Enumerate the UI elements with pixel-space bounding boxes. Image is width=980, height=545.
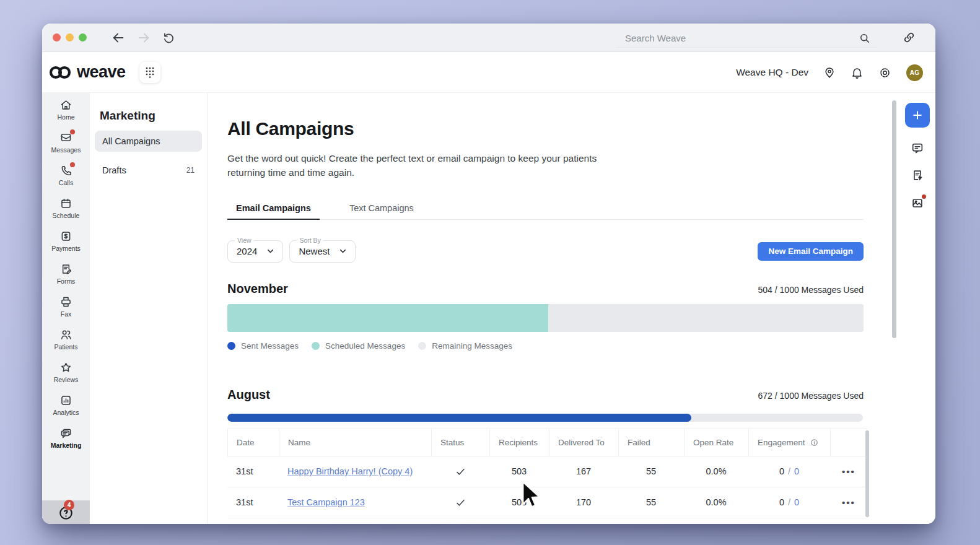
- sidebar-item-messages[interactable]: Messages: [42, 126, 90, 159]
- sidebar-item-analytics[interactable]: Analytics: [42, 388, 90, 421]
- quick-add-button[interactable]: [905, 103, 930, 128]
- row-menu-icon[interactable]: •••: [842, 466, 855, 477]
- main-content: All Campaigns Get the word out quick! Cr…: [208, 93, 899, 524]
- scheduled-messages-dot: [312, 342, 320, 350]
- view-select-value: 2024: [237, 246, 257, 256]
- table-row[interactable]: 31st Happy Birthday Harry! (Copy 4) 503 …: [227, 456, 867, 487]
- tab-email-campaigns[interactable]: Email Campaigns: [227, 203, 320, 220]
- subnav-item-drafts[interactable]: Drafts 21: [95, 160, 202, 181]
- usage-legend: Sent Messages Scheduled Messages Remaini…: [227, 341, 864, 351]
- close-window-button[interactable]: [53, 33, 61, 41]
- august-sent-fill: [227, 414, 691, 422]
- campaigns-table: Date Name Status Recipients Delivered To…: [227, 429, 867, 518]
- location-pin-icon[interactable]: [823, 66, 836, 79]
- campaign-tabs: Email Campaigns Text Campaigns: [227, 203, 864, 220]
- schedule-icon: [59, 197, 72, 210]
- notifications-bell-icon[interactable]: [851, 66, 864, 79]
- campaign-link[interactable]: Happy Birthday Harry! (Copy 4): [287, 466, 413, 476]
- help-badge: 4: [64, 500, 74, 510]
- august-usage-bar: [227, 414, 863, 422]
- view-select[interactable]: View 2024: [227, 240, 283, 263]
- media-badge-dot: [922, 194, 926, 199]
- link-icon[interactable]: [903, 31, 916, 44]
- table-row[interactable]: 31st Test Campaign 123 506 170 55 0.0% 0…: [227, 487, 867, 518]
- app-header: weave Weave HQ - Dev AG: [42, 52, 935, 93]
- new-email-campaign-button[interactable]: New Email Campaign: [758, 242, 864, 261]
- plus-icon: [911, 109, 924, 121]
- titlebar: Search Weave: [42, 24, 935, 52]
- sidebar-item-fax[interactable]: Fax: [42, 290, 90, 323]
- calls-badge-dot: [70, 162, 75, 167]
- view-select-label: View: [235, 237, 254, 244]
- payments-icon: [59, 230, 72, 243]
- reviews-icon: [59, 361, 72, 374]
- sidebar-item-schedule[interactable]: Schedule: [42, 191, 90, 224]
- messages-icon: [59, 131, 72, 144]
- reload-icon[interactable]: [162, 31, 176, 45]
- app-window: Search Weave weave Weave HQ - Dev: [42, 24, 935, 524]
- marketing-icon: [59, 427, 72, 440]
- search-input[interactable]: Search Weave: [616, 28, 877, 48]
- sidebar-item-reviews[interactable]: Reviews: [42, 355, 90, 388]
- month-heading-november: November: [227, 281, 288, 297]
- drafts-count: 21: [186, 166, 195, 175]
- page-title: All Campaigns: [227, 118, 864, 140]
- november-usage-label: 504 / 1000 Messages Used: [758, 285, 864, 295]
- apps-grid-icon: [145, 66, 155, 79]
- august-usage-label: 672 / 1000 Messages Used: [758, 391, 864, 401]
- main-scrollbar[interactable]: [892, 100, 896, 338]
- forms-icon: [59, 263, 72, 276]
- rail-footer: 4: [42, 500, 90, 524]
- settings-gear-icon[interactable]: [878, 66, 891, 79]
- avatar[interactable]: AG: [906, 64, 923, 81]
- chat-panel-icon[interactable]: [911, 141, 924, 155]
- campaign-link[interactable]: Test Campaign 123: [287, 497, 365, 507]
- weave-logo-icon: [47, 63, 73, 82]
- forward-icon: [137, 31, 151, 45]
- table-header: Date Name Status Recipients Delivered To…: [227, 429, 867, 456]
- sidebar-item-marketing[interactable]: Marketing: [42, 421, 90, 454]
- status-check-icon: [455, 466, 466, 477]
- row-menu-icon[interactable]: •••: [842, 497, 855, 508]
- messages-badge-dot: [70, 129, 75, 134]
- sidebar-item-forms[interactable]: Forms: [42, 257, 90, 290]
- tab-text-campaigns[interactable]: Text Campaigns: [341, 203, 422, 219]
- home-icon: [59, 98, 72, 111]
- location-name[interactable]: Weave HQ - Dev: [736, 67, 808, 78]
- sort-select-value: Newest: [299, 246, 330, 256]
- sort-select[interactable]: Sort By Newest: [289, 240, 356, 263]
- sort-select-label: Sort By: [297, 237, 323, 244]
- subnav-title: Marketing: [100, 109, 207, 123]
- engagement-link[interactable]: 0: [794, 497, 799, 507]
- left-nav-rail: Home Messages Calls Schedule: [42, 93, 90, 524]
- traffic-lights: [53, 33, 87, 41]
- weave-logo[interactable]: weave: [47, 63, 126, 82]
- info-icon[interactable]: [810, 438, 819, 447]
- zoom-window-button[interactable]: [79, 33, 87, 41]
- tasks-panel-icon[interactable]: [911, 168, 924, 182]
- table-scrollbar[interactable]: [865, 430, 869, 517]
- calls-icon: [59, 164, 72, 177]
- minimize-window-button[interactable]: [66, 33, 74, 41]
- back-icon[interactable]: [112, 31, 125, 45]
- mouse-cursor: [519, 481, 541, 512]
- brand-name: weave: [77, 63, 126, 82]
- right-action-rail: [899, 93, 935, 524]
- marketing-subnav: Marketing All Campaigns Drafts 21: [90, 93, 208, 524]
- help-button[interactable]: 4: [58, 505, 74, 521]
- remaining-messages-dot: [418, 342, 426, 350]
- media-panel-icon[interactable]: [911, 196, 924, 210]
- search-icon[interactable]: [859, 32, 870, 44]
- chevron-down-icon: [266, 246, 275, 256]
- month-heading-august: August: [227, 386, 270, 403]
- engagement-link[interactable]: 0: [794, 466, 799, 476]
- sidebar-item-patients[interactable]: Patients: [42, 323, 90, 355]
- sidebar-item-payments[interactable]: Payments: [42, 224, 90, 257]
- sent-messages-dot: [227, 342, 235, 350]
- apps-grid-button[interactable]: [139, 62, 160, 83]
- analytics-icon: [59, 394, 72, 407]
- chevron-down-icon: [338, 246, 348, 256]
- subnav-item-all-campaigns[interactable]: All Campaigns: [95, 131, 202, 152]
- sidebar-item-calls[interactable]: Calls: [42, 159, 90, 191]
- sidebar-item-home[interactable]: Home: [42, 93, 90, 126]
